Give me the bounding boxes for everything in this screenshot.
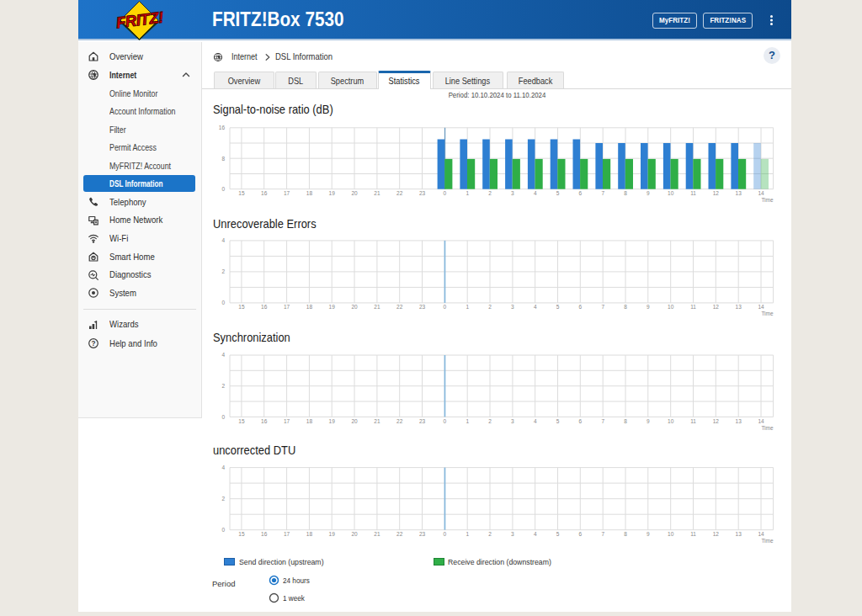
svg-text:20: 20 bbox=[351, 418, 358, 424]
svg-text:10: 10 bbox=[668, 304, 674, 310]
svg-text:17: 17 bbox=[284, 418, 290, 424]
svg-text:12: 12 bbox=[713, 304, 720, 310]
svg-text:19: 19 bbox=[329, 418, 336, 424]
svg-text:22: 22 bbox=[396, 531, 403, 537]
svg-text:7: 7 bbox=[601, 304, 604, 310]
svg-text:FRITZ!: FRITZ! bbox=[115, 8, 164, 32]
svg-text:5: 5 bbox=[556, 418, 560, 424]
svg-text:22: 22 bbox=[396, 190, 403, 196]
svg-text:23: 23 bbox=[419, 418, 426, 424]
svg-text:17: 17 bbox=[284, 190, 290, 196]
svg-text:15: 15 bbox=[238, 418, 245, 424]
svg-text:4: 4 bbox=[221, 237, 225, 243]
svg-text:14: 14 bbox=[758, 304, 764, 310]
svg-text:11: 11 bbox=[690, 418, 696, 424]
svg-text:0: 0 bbox=[221, 186, 225, 192]
svg-text:15: 15 bbox=[238, 190, 245, 196]
svg-text:3: 3 bbox=[511, 531, 514, 537]
svg-text:8: 8 bbox=[624, 304, 627, 310]
svg-text:19: 19 bbox=[329, 531, 336, 537]
svg-text:7: 7 bbox=[601, 531, 604, 537]
svg-text:1: 1 bbox=[466, 418, 469, 424]
svg-text:13: 13 bbox=[736, 304, 742, 310]
svg-text:19: 19 bbox=[329, 304, 336, 310]
svg-text:18: 18 bbox=[306, 190, 313, 196]
svg-text:12: 12 bbox=[713, 190, 720, 196]
svg-text:21: 21 bbox=[374, 531, 380, 537]
svg-text:2: 2 bbox=[488, 190, 492, 196]
svg-text:22: 22 bbox=[396, 418, 403, 424]
svg-text:13: 13 bbox=[736, 190, 742, 196]
svg-text:7: 7 bbox=[601, 418, 604, 424]
svg-text:15: 15 bbox=[238, 531, 245, 537]
svg-text:6: 6 bbox=[578, 418, 582, 424]
svg-text:14: 14 bbox=[758, 190, 764, 196]
svg-text:12: 12 bbox=[713, 531, 720, 537]
svg-text:9: 9 bbox=[646, 418, 650, 424]
svg-text:22: 22 bbox=[396, 304, 403, 310]
svg-text:0: 0 bbox=[444, 531, 447, 537]
svg-text:4: 4 bbox=[221, 352, 225, 358]
svg-text:19: 19 bbox=[329, 190, 336, 196]
svg-text:16: 16 bbox=[261, 531, 268, 537]
svg-text:18: 18 bbox=[306, 531, 313, 537]
svg-text:20: 20 bbox=[351, 304, 358, 310]
svg-text:10: 10 bbox=[668, 418, 674, 424]
svg-text:3: 3 bbox=[511, 418, 514, 424]
svg-text:5: 5 bbox=[556, 304, 560, 310]
svg-text:Time: Time bbox=[761, 311, 774, 316]
svg-text:0: 0 bbox=[444, 190, 447, 196]
svg-text:0: 0 bbox=[221, 414, 225, 420]
svg-text:18: 18 bbox=[306, 418, 313, 424]
svg-text:23: 23 bbox=[419, 190, 426, 196]
svg-text:9: 9 bbox=[646, 531, 650, 537]
svg-text:21: 21 bbox=[374, 304, 380, 310]
svg-text:4: 4 bbox=[534, 190, 537, 196]
svg-text:8: 8 bbox=[624, 418, 627, 424]
svg-text:2: 2 bbox=[221, 268, 225, 274]
svg-text:3: 3 bbox=[511, 190, 514, 196]
svg-text:0: 0 bbox=[221, 527, 225, 533]
svg-text:8: 8 bbox=[624, 531, 627, 537]
svg-text:23: 23 bbox=[419, 304, 426, 310]
svg-text:4: 4 bbox=[534, 304, 537, 310]
svg-text:11: 11 bbox=[690, 304, 696, 310]
svg-text:2: 2 bbox=[488, 531, 492, 537]
svg-text:2: 2 bbox=[488, 418, 492, 424]
svg-text:4: 4 bbox=[221, 465, 225, 470]
svg-text:10: 10 bbox=[668, 531, 674, 537]
svg-text:23: 23 bbox=[419, 531, 426, 537]
svg-text:7: 7 bbox=[601, 190, 604, 196]
svg-text:11: 11 bbox=[690, 531, 696, 537]
svg-text:11: 11 bbox=[690, 190, 696, 196]
svg-text:Time: Time bbox=[761, 425, 774, 431]
svg-text:2: 2 bbox=[488, 304, 492, 310]
svg-text:4: 4 bbox=[534, 418, 537, 424]
svg-text:4: 4 bbox=[534, 531, 537, 537]
svg-text:5: 5 bbox=[556, 531, 560, 537]
svg-text:14: 14 bbox=[758, 531, 764, 537]
svg-text:15: 15 bbox=[238, 304, 245, 310]
svg-text:16: 16 bbox=[261, 418, 268, 424]
svg-text:17: 17 bbox=[284, 304, 290, 310]
svg-text:0: 0 bbox=[444, 304, 447, 310]
svg-text:6: 6 bbox=[578, 190, 582, 196]
svg-text:16: 16 bbox=[261, 190, 268, 196]
svg-text:12: 12 bbox=[713, 418, 720, 424]
svg-text:13: 13 bbox=[736, 531, 742, 537]
svg-text:1: 1 bbox=[466, 190, 469, 196]
svg-text:Time: Time bbox=[761, 538, 774, 544]
svg-text:9: 9 bbox=[646, 190, 650, 196]
svg-text:9: 9 bbox=[646, 304, 650, 310]
svg-text:2: 2 bbox=[221, 496, 225, 502]
svg-text:10: 10 bbox=[668, 190, 674, 196]
svg-text:6: 6 bbox=[578, 531, 582, 537]
svg-text:8: 8 bbox=[624, 190, 627, 196]
svg-text:1: 1 bbox=[466, 531, 469, 537]
svg-text:20: 20 bbox=[351, 190, 358, 196]
svg-text:21: 21 bbox=[374, 190, 380, 196]
svg-text:5: 5 bbox=[556, 190, 560, 196]
svg-text:16: 16 bbox=[219, 125, 226, 130]
svg-text:1: 1 bbox=[466, 304, 469, 310]
svg-text:16: 16 bbox=[261, 304, 268, 310]
